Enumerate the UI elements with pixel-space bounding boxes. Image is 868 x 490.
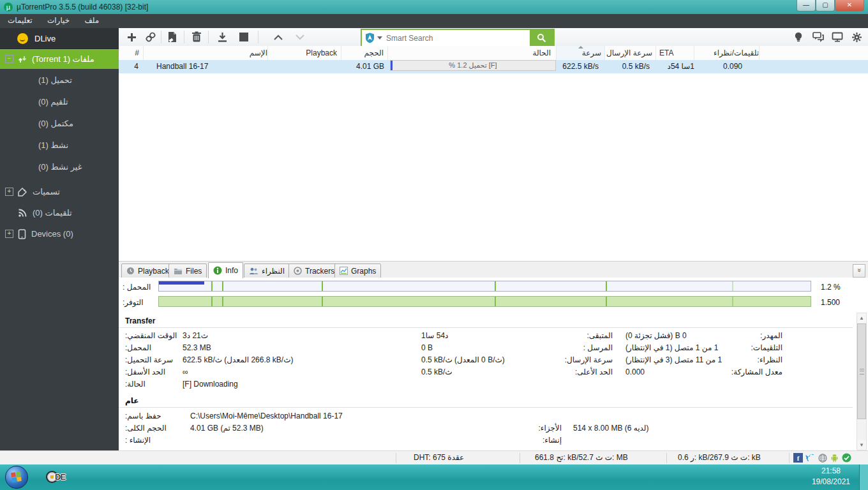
sidebar-filter-seeding[interactable]: تلقيم (0) (0, 91, 119, 112)
sidebar-item-dlive[interactable]: DLive (0, 28, 119, 49)
column-up-speed[interactable]: سرعة الإرسال (605, 46, 656, 60)
sidebar-filter-active[interactable]: نشط (1) (0, 134, 119, 156)
sidebar-filter-downloading[interactable]: تحميل (1) (0, 69, 119, 91)
add-torrent-button[interactable] (124, 30, 139, 44)
wasted-label: المهدر: (706, 331, 782, 340)
maximize-button[interactable]: ▢ (816, 0, 835, 11)
search-button[interactable] (530, 30, 553, 46)
column-filler (760, 46, 868, 60)
stop-button[interactable] (236, 30, 251, 44)
status-bar: DHT: 675 عقدة 661.8 تح: kB/52.7 ت ث: MB … (0, 450, 868, 464)
down-speed-label: سرعة التحميل: (125, 355, 181, 364)
status-progress-bar: [F] تحميل 1.2 % (390, 60, 556, 71)
collapse-detail-button[interactable]: » (853, 264, 865, 278)
scroll-down-icon[interactable]: ▼ (857, 440, 866, 450)
sidebar-item-label: Devices (0) (31, 229, 73, 239)
column-playback[interactable]: Playback (268, 46, 341, 60)
settings-gear-icon[interactable] (849, 30, 864, 44)
globe-icon[interactable] (818, 453, 827, 463)
remove-button[interactable] (189, 30, 204, 44)
create-torrent-button[interactable] (165, 30, 180, 44)
column-seeds-peers[interactable]: تلقيمات/نظراء (694, 46, 760, 60)
menu-file[interactable]: ملف (78, 14, 105, 27)
remote-monitor-icon[interactable] (830, 30, 845, 44)
cell-down-speed: 622.5 kB/s (557, 60, 605, 73)
window-title: µTorrentPro 3.5.5 (build 46038) [32-bit] (17, 3, 148, 11)
clock-icon (126, 267, 135, 275)
column-number[interactable]: # (119, 46, 144, 60)
sidebar: DLive − ملفات (Torrent 1) تحميل (1) تلقي… (0, 28, 119, 452)
chart-icon (340, 267, 348, 275)
hints-bulb-icon[interactable] (791, 30, 806, 44)
up-speed-value: ⁦0.5⁩ ⁦kB/ث⁩ ⁦(المعدل⁩ ⁦0⁩ ⁦B/ث)⁩ (421, 355, 505, 364)
tab-peers[interactable]: النظراء (244, 264, 290, 278)
chat-icon[interactable] (811, 30, 826, 44)
collapse-icon[interactable]: − (5, 55, 13, 63)
app-icon: µ (4, 3, 13, 11)
taskbar-app-icon[interactable]: DE (46, 470, 65, 485)
tab-graphs[interactable]: Graphs (334, 264, 381, 278)
download-stats: 661.8 تح: kB/52.7 ت ث: MB (535, 453, 628, 462)
cell-playback (268, 60, 341, 73)
clock-date: 19/08/2021 (812, 477, 850, 487)
android-icon[interactable] (830, 453, 839, 463)
search-box (361, 29, 555, 47)
sidebar-item-torrents[interactable]: − ملفات (Torrent 1) (0, 49, 119, 69)
pieces-label: الأجزاء: (476, 424, 562, 433)
downloaded-bar-label: المحمل : (123, 283, 158, 292)
taskbar-clock[interactable]: 21:58 19/08/2021 (812, 466, 850, 487)
status-progress-fill (391, 61, 393, 70)
sidebar-item-label: تسميات (33, 187, 60, 197)
expand-icon[interactable]: + (5, 188, 13, 196)
sidebar-item-labels[interactable]: + تسميات (0, 181, 119, 202)
availability-bar (158, 296, 811, 307)
info-pane: Transfer الوقت المنقضي: ⁦3د⁩ ⁦21ث⁩ ⁦1سا⁩… (119, 313, 868, 450)
search-input[interactable] (385, 32, 530, 45)
minimize-button[interactable]: — (797, 0, 816, 11)
facebook-icon[interactable]: f (793, 453, 803, 463)
move-down-queue-button[interactable] (292, 30, 308, 44)
tab-trackers[interactable]: Trackers (288, 264, 340, 278)
column-down-speed[interactable]: سرعة التحميل (557, 46, 605, 60)
column-name[interactable]: الإسم (144, 46, 268, 60)
sort-ascending-icon (578, 46, 583, 48)
move-up-queue-button[interactable] (271, 30, 286, 44)
wasted-value: 0 B (فشل تجزئة 0) (625, 331, 687, 340)
start-button[interactable] (5, 466, 28, 489)
expand-icon[interactable]: + (5, 230, 13, 238)
scroll-up-icon[interactable]: ▲ (857, 313, 866, 323)
share-ratio-label: معدل المشاركة: (706, 368, 782, 376)
created-by-label: إنشاء: (476, 436, 562, 445)
chevron-down-icon[interactable] (377, 36, 382, 42)
close-button[interactable]: ✕ (835, 0, 864, 11)
add-link-button[interactable] (143, 30, 158, 44)
down-limit-value: ∞ (183, 368, 188, 376)
tab-files[interactable]: Files (168, 264, 207, 278)
sidebar-item-label: تلقيمات (0) (33, 208, 72, 218)
torrent-list-empty-area[interactable] (119, 73, 868, 261)
menu-options[interactable]: خيارات (41, 14, 76, 27)
column-size[interactable]: الحجم (341, 46, 388, 60)
shield-icon[interactable] (365, 33, 375, 43)
sidebar-filter-completed[interactable]: مكتمل (0) (0, 112, 119, 134)
availability-bar-value: 1.500 (821, 298, 840, 307)
check-circle-icon[interactable] (842, 453, 851, 463)
column-eta[interactable]: ETA (656, 46, 694, 60)
torrent-row[interactable]: 4 Handball 16-17 4.01 GB [F] تحميل 1.2 %… (119, 60, 868, 73)
share-ratio-value: 0.000 (625, 368, 645, 376)
sidebar-item-devices[interactable]: + Devices (0) (0, 223, 119, 244)
column-status[interactable]: الحالة (388, 46, 557, 60)
tab-info[interactable]: Info (208, 262, 243, 278)
sidebar-item-feeds[interactable]: + تلقيمات (0) (0, 202, 119, 223)
menu-help[interactable]: تعليمات (1, 14, 39, 27)
tab-playback[interactable]: Playback (121, 264, 174, 278)
downloaded-bar-value: 1.2 % (821, 283, 841, 292)
scrollbar-thumb[interactable] (857, 323, 866, 419)
show-desktop-button[interactable] (859, 464, 868, 490)
info-scrollbar[interactable]: ▲ ▼ (857, 313, 867, 450)
start-download-button[interactable] (214, 30, 230, 44)
sidebar-filter-inactive[interactable]: غير نشط (0) (0, 156, 119, 177)
pieces-value: ⁦514⁩ ⁦x⁩ ⁦8.00⁩ ⁦MB⁩ ⁦(6⁩ ⁦لديه)⁩ (573, 424, 649, 433)
twitter-icon[interactable] (805, 453, 815, 463)
cell-eta: 1سا 54د (656, 60, 694, 73)
